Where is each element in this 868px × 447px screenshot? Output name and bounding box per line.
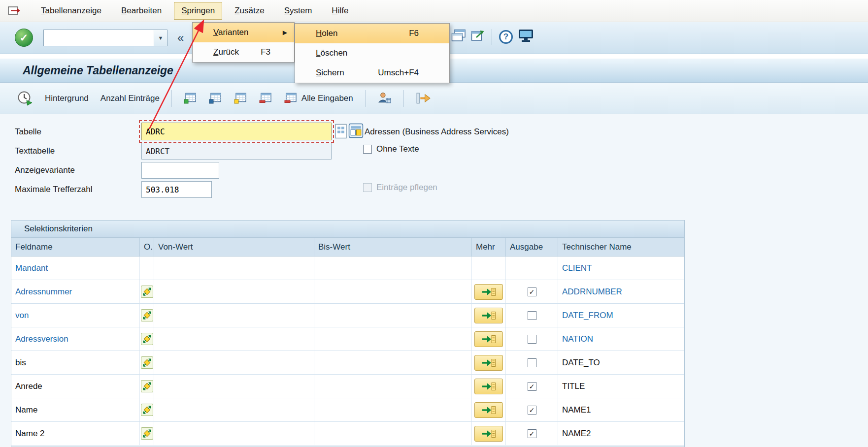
menu-item-zurueck[interactable]: Zurück F3	[193, 42, 294, 62]
output-checkbox[interactable]	[528, 335, 536, 344]
ohne-texte-label: Ohne Texte	[376, 144, 419, 154]
menu-zusaetze[interactable]: Zusätze	[227, 2, 271, 20]
mehr-button[interactable]	[474, 379, 503, 394]
mehr-button[interactable]	[474, 284, 503, 300]
bis-wert-cell[interactable]	[314, 422, 472, 445]
menu-item-holen[interactable]: Holen F6	[295, 24, 449, 43]
menu-system[interactable]: System	[277, 2, 320, 20]
select-block-icon[interactable]	[231, 90, 250, 107]
hintergrund-button[interactable]: Hintergrund	[42, 91, 92, 106]
menu-item-loeschen[interactable]: Löschen	[295, 43, 449, 63]
select-all-fields-icon[interactable]	[206, 90, 225, 107]
choose-fields-icon[interactable]	[181, 90, 200, 107]
col-mehr: Mehr	[472, 238, 506, 256]
selection-options-icon[interactable]	[141, 427, 153, 440]
menu-hilfe[interactable]: Hilfe	[324, 2, 356, 20]
table-row: Adressnummer	[11, 280, 684, 304]
anzahl-eintraege-button[interactable]: Anzahl Einträge	[98, 91, 163, 106]
selection-options-icon[interactable]	[141, 333, 153, 345]
col-technischer-name: Technischer Name	[558, 238, 684, 256]
option-cell	[140, 256, 154, 280]
table-row: Adressversion	[11, 327, 684, 351]
bis-wert-cell[interactable]	[314, 327, 472, 351]
mehr-button[interactable]	[474, 355, 503, 371]
tech-name: NATION	[562, 334, 593, 344]
menu-springen[interactable]: Springen	[174, 2, 222, 20]
col-ausgabe: Ausgabe	[506, 238, 558, 256]
tech-name: TITLE	[562, 382, 585, 391]
groupbox-title-label: Selektionskriterien	[24, 224, 93, 234]
bis-wert-cell[interactable]	[314, 280, 472, 303]
tech-name: CLIENT	[562, 263, 592, 273]
selection-options-icon[interactable]	[141, 356, 153, 369]
command-dropdown-icon[interactable]: ▼	[154, 30, 167, 46]
mehr-button[interactable]	[474, 402, 503, 418]
selection-options-icon[interactable]	[141, 404, 153, 416]
output-checkbox[interactable]: ✓	[528, 406, 536, 415]
value-help-icon[interactable]	[335, 124, 347, 139]
tabelle-input[interactable]	[141, 123, 332, 140]
bis-wert-cell[interactable]	[314, 256, 472, 280]
new-session-icon[interactable]	[451, 29, 466, 44]
mehr-button[interactable]	[474, 331, 503, 347]
output-checkbox[interactable]: ✓	[528, 287, 536, 296]
delete-selection-icon[interactable]	[256, 90, 275, 107]
anzeigevariante-input[interactable]	[141, 162, 219, 179]
von-wert-cell[interactable]	[154, 375, 314, 398]
von-wert-cell[interactable]	[154, 327, 314, 351]
technischer-name-cell: ADDRNUMBER	[558, 280, 684, 303]
table-row: Mandant CLIENT	[11, 256, 684, 280]
application-toolbar: Hintergrund Anzahl Einträge	[0, 83, 868, 114]
menu-item-sichern[interactable]: Sichern Umsch+F4	[295, 63, 449, 83]
collapse-toolbar-button[interactable]: «	[174, 30, 187, 46]
bis-wert-cell[interactable]	[314, 304, 472, 327]
help-icon[interactable]: ?	[499, 30, 513, 44]
command-input[interactable]	[44, 30, 154, 46]
table-display-icon[interactable]	[348, 123, 364, 138]
menu-bearbeiten[interactable]: Bearbeiten	[114, 2, 169, 20]
create-shortcut-icon[interactable]	[471, 29, 485, 44]
alle-eingaben-button[interactable]: Alle Eingaben	[281, 90, 356, 107]
bis-wert-cell[interactable]	[314, 398, 472, 421]
von-wert-cell[interactable]	[154, 280, 314, 303]
selection-options-icon[interactable]	[141, 286, 153, 298]
execute-icon[interactable]	[14, 88, 36, 109]
von-wert-cell[interactable]	[154, 422, 314, 445]
von-wert-cell[interactable]	[154, 398, 314, 421]
max-trefferzahl-input[interactable]	[141, 181, 212, 198]
output-checkbox[interactable]: ✓	[528, 382, 536, 391]
output-checkbox[interactable]: ✓	[528, 429, 536, 438]
mehr-cell	[472, 280, 506, 303]
enter-ok-button[interactable]: ✓	[15, 29, 33, 47]
ohne-texte-checkbox[interactable]	[363, 145, 372, 154]
menu-item-varianten[interactable]: Varianten ▶	[193, 23, 294, 42]
von-wert-cell[interactable]	[154, 304, 314, 327]
von-wert-cell[interactable]	[154, 351, 314, 374]
gui-settings-icon[interactable]	[518, 29, 534, 45]
technischer-name-cell: DATE_TO	[558, 351, 684, 374]
system-menu-icon[interactable]	[8, 5, 23, 16]
bis-wert-cell[interactable]	[314, 375, 472, 398]
bis-wert-cell[interactable]	[314, 351, 472, 374]
springen-dropdown-menu: Varianten ▶ Zurück F3	[192, 22, 295, 63]
forward-exit-icon[interactable]	[413, 90, 434, 107]
mehr-button[interactable]	[474, 308, 503, 323]
field-label: von	[15, 311, 29, 320]
toolbar-separator	[403, 90, 404, 107]
field-label: bis	[15, 358, 26, 368]
user-parameters-icon[interactable]	[374, 89, 395, 108]
selection-options-icon[interactable]	[141, 309, 153, 321]
mehr-button[interactable]	[474, 426, 503, 442]
output-checkbox[interactable]	[528, 311, 536, 320]
von-wert-cell[interactable]	[154, 256, 314, 280]
texttabelle-input[interactable]	[141, 143, 332, 160]
submenu-arrow-icon: ▶	[283, 29, 287, 36]
option-cell	[140, 327, 154, 351]
output-checkbox[interactable]	[528, 358, 536, 367]
option-cell	[140, 304, 154, 327]
table-row: Name 2	[11, 422, 684, 446]
technischer-name-cell: NAME1	[558, 398, 684, 421]
menu-tabellenanzeige[interactable]: Tabellenanzeige	[33, 2, 109, 20]
selection-options-icon[interactable]	[141, 380, 153, 392]
option-cell	[140, 422, 154, 445]
